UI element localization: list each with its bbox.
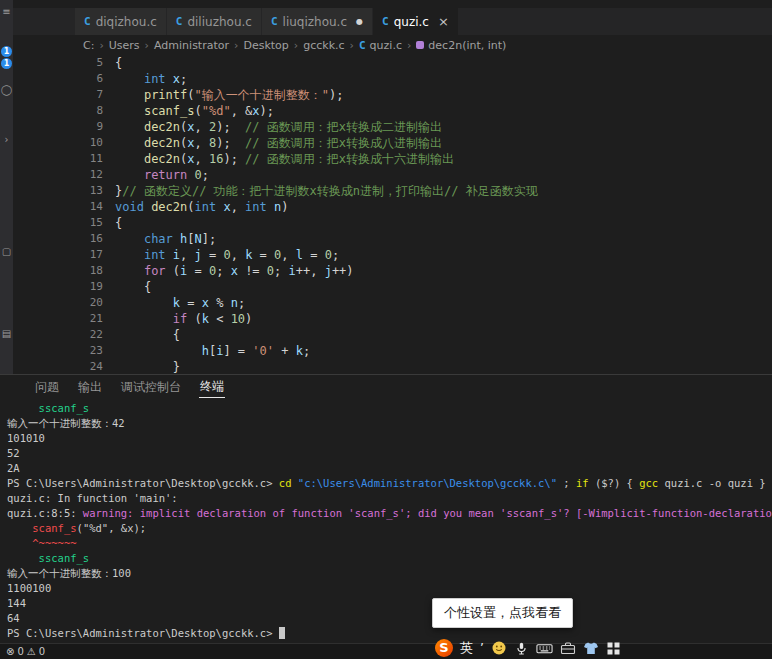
activity-icon-box[interactable]: ▢ [0, 246, 13, 258]
terminal-line: quzi.c:8:5: warning: implicit declaratio… [7, 506, 772, 521]
breadcrumb-label: Desktop [243, 39, 288, 52]
code-editor[interactable]: 5{6 int x;7 printf("输入一个十进制整数：");8 scanf… [13, 55, 772, 374]
panel-tab-bar: 问题输出调试控制台终端 [0, 374, 772, 398]
ime-lang-toggle[interactable]: 英 [460, 639, 473, 657]
code-text: int x; [115, 71, 187, 87]
breadcrumb-separator: › [294, 39, 298, 52]
line-number: 10 [13, 135, 103, 151]
smiley-icon[interactable] [491, 640, 507, 656]
breadcrumb-item[interactable]: Desktop [243, 39, 288, 52]
tab-label: liuqizhou.c [283, 15, 348, 29]
code-text: h[i] = '0' + k; [115, 343, 310, 359]
line-number: 12 [13, 167, 103, 183]
code-line: 10 dec2n(x, 8); // 函数调用：把x转换成八进制输出 [13, 135, 772, 151]
line-number: 6 [13, 71, 103, 87]
code-line: 19 { [13, 279, 772, 295]
sogou-logo-icon[interactable]: S [435, 639, 453, 657]
code-text: return 0; [115, 167, 209, 183]
line-number: 7 [13, 87, 103, 103]
breadcrumb-label: dec2n(int, int) [428, 39, 506, 52]
code-line: 18 for (i = 0; x != 0; i++, j++) [13, 263, 772, 279]
terminal-line: sscanf_s [7, 401, 772, 416]
mic-icon[interactable] [514, 641, 529, 656]
code-text: dec2n(x, 2); // 函数调用：把x转换成二进制输出 [115, 119, 442, 135]
code-text: printf("输入一个十进制整数："); [115, 87, 343, 103]
keyboard-icon[interactable] [536, 641, 553, 656]
line-number: 18 [13, 263, 103, 279]
line-number: 17 [13, 247, 103, 263]
terminal-line: 1100100 [7, 581, 772, 596]
status-bar: ⊗0 ⚠0 [0, 643, 772, 659]
breadcrumb-item[interactable]: Administrator [154, 39, 229, 52]
code-line: 23 h[i] = '0' + k; [13, 343, 772, 359]
code-text: char h[N]; [115, 231, 216, 247]
breadcrumb-separator: › [145, 39, 149, 52]
terminal-line: quzi.c: In function 'main': [7, 491, 772, 506]
breadcrumb-item[interactable]: C: [83, 39, 94, 52]
breadcrumb-item[interactable]: dec2n(int, int) [416, 39, 506, 52]
terminal-line: ^~~~~~~ [7, 536, 772, 551]
code-line: 24 } [13, 359, 772, 374]
grid-icon[interactable] [606, 641, 621, 656]
panel-tab-problems[interactable]: 问题 [34, 376, 60, 398]
ime-punct-toggle[interactable]: ’ [480, 641, 484, 655]
vscode-window: { "palette":{"pln":"#d4d4d4","kw":"#569c… [0, 0, 772, 659]
line-number: 14 [13, 199, 103, 215]
activity-icon-chevron[interactable]: › [0, 134, 13, 146]
tab-modified-icon: ● [356, 17, 363, 26]
editor-tab-quzi.c[interactable]: Cquzi.c× [373, 8, 459, 35]
toolbox-icon[interactable] [560, 641, 576, 656]
code-line: 6 int x; [13, 71, 772, 87]
terminal-line: 输入一个十进制整数：100 [7, 566, 772, 581]
line-number: 5 [13, 55, 103, 71]
code-line: 11 dec2n(x, 16); // 函数调用：把x转换成十六进制输出 [13, 151, 772, 167]
breadcrumb-item[interactable]: Cquzi.c [359, 39, 402, 52]
breadcrumb-separator: › [407, 39, 411, 52]
activity-icon-circle[interactable]: ◯ [0, 84, 13, 96]
tab-label: diliuzhou.c [187, 15, 252, 29]
problems-indicator[interactable]: ⊗0 ⚠0 [6, 646, 45, 657]
tab-close-icon[interactable]: × [438, 14, 449, 29]
line-number: 21 [13, 311, 103, 327]
warning-count: 0 [39, 646, 45, 657]
code-line: 5{ [13, 55, 772, 71]
code-line: 14void dec2n(int x, int n) [13, 199, 772, 215]
line-number: 19 [13, 279, 103, 295]
error-icon: ⊗ [6, 646, 14, 657]
line-number: 22 [13, 327, 103, 343]
terminal-line: PS C:\Users\Administrator\Desktop\gcckk.… [7, 626, 772, 641]
editor-tab-diliuzhou.c[interactable]: Cdiliuzhou.c [167, 8, 262, 35]
breadcrumb-label: Administrator [154, 39, 229, 52]
code-text: }// 函数定义// 功能：把十进制数x转换成n进制，打印输出// 补足函数实现 [115, 183, 538, 199]
panel-tab-debug-console[interactable]: 调试控制台 [120, 376, 182, 398]
breadcrumb-label: C: [83, 39, 94, 52]
editor-tab-diqizhou.c[interactable]: Cdiqizhou.c [75, 8, 167, 35]
ime-tooltip[interactable]: 个性设置，点我看看 [432, 598, 573, 628]
code-text: int i, j = 0, k = 0, l = 0; [115, 247, 339, 263]
line-number: 23 [13, 343, 103, 359]
code-text: void dec2n(int x, int n) [115, 199, 289, 215]
code-line: 7 printf("输入一个十进制整数："); [13, 87, 772, 103]
breadcrumb: C:›Users›Administrator›Desktop›gcckk.c›C… [13, 35, 772, 55]
panel-tab-output[interactable]: 输出 [77, 376, 103, 398]
c-file-icon: C [271, 15, 278, 28]
panel-tab-terminal[interactable]: 终端 [199, 375, 225, 398]
skin-icon[interactable] [583, 641, 599, 656]
line-number: 16 [13, 231, 103, 247]
c-file-icon: C [176, 15, 183, 28]
activity-icon-grid[interactable]: ▤ [0, 328, 13, 340]
terminal[interactable]: sscanf_s输入一个十进制整数：42101010522APS C:\User… [0, 398, 772, 647]
notification-badge[interactable]: 1 [1, 58, 12, 69]
notification-badge[interactable]: 1 [1, 46, 12, 57]
breadcrumb-item[interactable]: gcckk.c [303, 39, 344, 52]
code-line: 17 int i, j = 0, k = 0, l = 0; [13, 247, 772, 263]
code-text: { [115, 55, 122, 71]
menu-icon[interactable]: ≡ [0, 6, 13, 18]
terminal-line: PS C:\Users\Administrator\Desktop\gcckk.… [7, 476, 772, 491]
code-line: 16 char h[N]; [13, 231, 772, 247]
breadcrumb-label: gcckk.c [303, 39, 344, 52]
editor-tab-liuqizhou.c[interactable]: Cliuqizhou.c● [262, 8, 373, 35]
breadcrumb-item[interactable]: Users [109, 39, 140, 52]
editor-tabs-row: Cdiqizhou.cCdiliuzhou.cCliuqizhou.c●Cquz… [13, 8, 772, 35]
line-number: 13 [13, 183, 103, 199]
